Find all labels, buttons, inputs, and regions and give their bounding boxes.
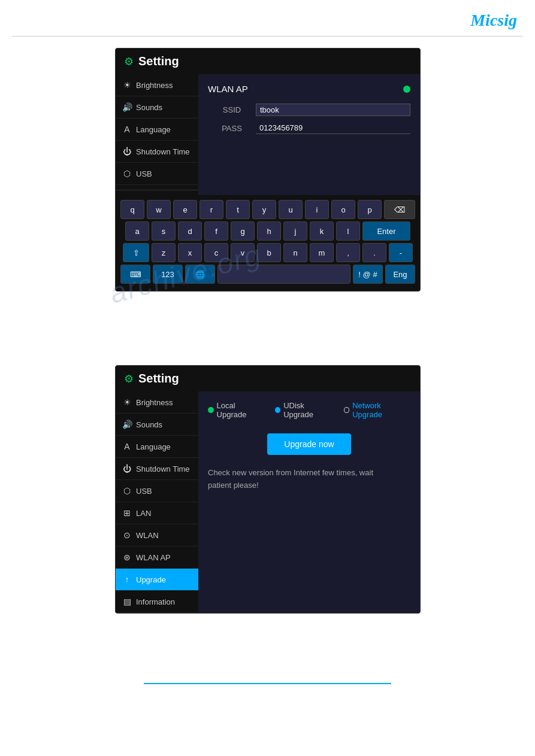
bottom-divider — [144, 683, 391, 684]
key-l[interactable]: l — [336, 221, 360, 241]
information-label: Information — [136, 597, 175, 606]
key-a[interactable]: a — [125, 221, 149, 241]
gear-icon: ⚙ — [124, 55, 134, 68]
key-x[interactable]: x — [178, 243, 202, 262]
sidebar-item-shutdown[interactable]: ⏻ Shutdown Time — [116, 141, 198, 163]
sidebar2-upgrade[interactable]: ↑ Upgrade — [116, 569, 198, 591]
upgrade-now-button[interactable]: Upgrade now — [267, 433, 350, 455]
sidebar2-shutdown[interactable]: ⏻ Shutdown Time — [116, 458, 198, 480]
panel2-title: Setting — [138, 372, 179, 385]
sounds-icon-2: 🔊 — [122, 420, 132, 429]
brightness-label: Brightness — [136, 81, 173, 90]
network-upgrade-option[interactable]: Network Upgrade — [344, 401, 410, 419]
panel1-body: ☀ Brightness 🔊 Sounds A Language ⏻ Shutd… — [116, 74, 420, 195]
ssid-input[interactable] — [256, 104, 410, 116]
network-upgrade-label: Network Upgrade — [352, 401, 410, 419]
keyboard-row-1: q w e r t y u i o p ⌫ — [120, 200, 415, 219]
sounds-label: Sounds — [136, 103, 162, 112]
upgrade-note-line2: patient please! — [208, 479, 410, 492]
lan-icon: ⊞ — [122, 508, 132, 518]
key-r[interactable]: r — [200, 200, 223, 219]
key-globe[interactable]: 🌐 — [185, 265, 215, 284]
key-b[interactable]: b — [257, 243, 281, 262]
upgrade-icon: ↑ — [122, 575, 132, 584]
key-123[interactable]: 123 — [153, 265, 183, 284]
sidebar2-brightness[interactable]: ☀ Brightness — [116, 391, 198, 414]
wlan-icon: ⊙ — [122, 530, 132, 540]
key-space[interactable] — [217, 265, 350, 284]
sidebar-item-language[interactable]: A Language — [116, 119, 198, 141]
key-c[interactable]: c — [204, 243, 228, 262]
key-u[interactable]: u — [279, 200, 303, 219]
key-keyboard-icon[interactable]: ⌨ — [120, 265, 150, 284]
key-d[interactable]: d — [178, 221, 202, 241]
key-t[interactable]: t — [226, 200, 250, 219]
pass-value: 0123456789 — [256, 122, 410, 134]
key-g[interactable]: g — [231, 221, 255, 241]
wlan-label: WLAN — [136, 531, 159, 540]
usb-icon-2: ⬡ — [122, 486, 132, 496]
key-e[interactable]: e — [173, 200, 197, 219]
key-enter[interactable]: Enter — [362, 221, 410, 241]
panel2-sidebar: ☀ Brightness 🔊 Sounds A Language ⏻ Shutd… — [116, 391, 198, 613]
key-lang[interactable]: Eng — [385, 265, 415, 284]
panel1-header: ⚙ Setting — [116, 48, 420, 74]
information-icon: ▤ — [122, 597, 132, 606]
key-j[interactable]: j — [283, 221, 307, 241]
sidebar-item-brightness[interactable]: ☀ Brightness — [116, 74, 198, 96]
key-dash[interactable]: - — [389, 243, 413, 262]
sidebar2-information[interactable]: ▤ Information — [116, 591, 198, 613]
key-s[interactable]: s — [152, 221, 176, 241]
sidebar2-sounds[interactable]: 🔊 Sounds — [116, 414, 198, 436]
key-shift[interactable]: ⇧ — [123, 243, 149, 262]
gear-icon-2: ⚙ — [124, 372, 134, 385]
udisk-upgrade-option[interactable]: UDisk Upgrade — [275, 401, 334, 419]
sidebar-item-sounds[interactable]: 🔊 Sounds — [116, 96, 198, 119]
keyboard-row-4: ⌨ 123 🌐 ! @ # Eng — [120, 265, 415, 284]
pass-row: PASS 0123456789 — [208, 122, 410, 134]
wlan-ap-header: WLAN AP — [208, 84, 410, 94]
panel2-body: ☀ Brightness 🔊 Sounds A Language ⏻ Shutd… — [116, 391, 420, 613]
panel1-content: WLAN AP SSID PASS 0123456789 — [198, 74, 420, 195]
sidebar2-usb[interactable]: ⬡ USB — [116, 480, 198, 502]
sidebar2-wlan-ap[interactable]: ⊛ WLAN AP — [116, 546, 198, 569]
pass-label: PASS — [208, 124, 256, 133]
sidebar2-language[interactable]: A Language — [116, 436, 198, 458]
key-i[interactable]: i — [305, 200, 329, 219]
sounds-icon: 🔊 — [122, 102, 132, 112]
key-symbol[interactable]: ! @ # — [353, 265, 383, 284]
panel1-sidebar: ☀ Brightness 🔊 Sounds A Language ⏻ Shutd… — [116, 74, 198, 195]
key-f[interactable]: f — [204, 221, 228, 241]
sidebar2-lan[interactable]: ⊞ LAN — [116, 502, 198, 524]
key-z[interactable]: z — [152, 243, 176, 262]
sidebar-item-usb[interactable]: ⬡ USB — [116, 163, 198, 185]
key-k[interactable]: k — [310, 221, 334, 241]
usb-icon: ⬡ — [122, 169, 132, 178]
local-upgrade-option[interactable]: Local Upgrade — [208, 401, 265, 419]
panel2-header: ⚙ Setting — [116, 366, 420, 391]
ssid-row: SSID — [208, 104, 410, 116]
key-o[interactable]: o — [331, 200, 355, 219]
language-label: Language — [136, 125, 171, 134]
key-p[interactable]: p — [358, 200, 382, 219]
key-h[interactable]: h — [257, 221, 281, 241]
language-icon: A — [122, 125, 132, 134]
virtual-keyboard: q w e r t y u i o p ⌫ a s d f g h j k l … — [116, 195, 420, 291]
shutdown-icon-2: ⏻ — [122, 464, 132, 473]
key-m[interactable]: m — [310, 243, 334, 262]
brightness-icon-2: ☀ — [122, 397, 132, 407]
key-y[interactable]: y — [252, 200, 276, 219]
panel-upgrade: ⚙ Setting ☀ Brightness 🔊 Sounds A Langua… — [115, 365, 421, 614]
sidebar2-wlan[interactable]: ⊙ WLAN — [116, 524, 198, 546]
key-v[interactable]: v — [231, 243, 255, 262]
key-comma[interactable]: , — [336, 243, 360, 262]
key-q[interactable]: q — [120, 200, 144, 219]
key-backspace[interactable]: ⌫ — [384, 200, 415, 219]
wlan-ap-label: WLAN AP — [136, 553, 171, 562]
key-n[interactable]: n — [283, 243, 307, 262]
key-period[interactable]: . — [362, 243, 386, 262]
usb-label-2: USB — [136, 487, 152, 496]
key-w[interactable]: w — [147, 200, 171, 219]
upgrade-label: Upgrade — [136, 575, 166, 584]
usb-label: USB — [136, 169, 152, 178]
